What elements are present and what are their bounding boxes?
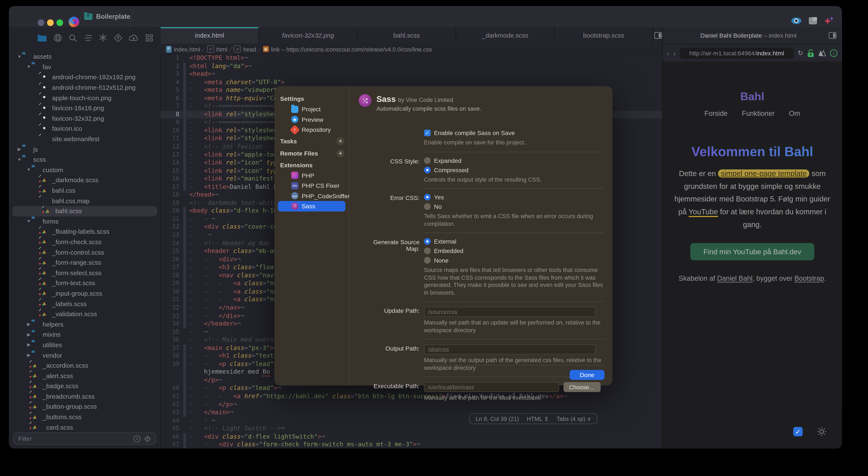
settings-nav-item-php[interactable]: ∷PHP (278, 170, 345, 181)
site-nav-link-om[interactable]: Om (789, 110, 800, 117)
url-bar[interactable]: http://air-m1.local:64964/index.html (680, 48, 794, 59)
chevron-down-icon[interactable]: ▼ (17, 54, 22, 59)
layout-icon[interactable] (809, 17, 817, 24)
radio-icon[interactable] (424, 167, 431, 173)
settings-nav-item-sass[interactable]: ⤮Sass (278, 201, 345, 211)
tab-size-selector[interactable]: Tabs (4 sp) ∨ (557, 415, 591, 422)
chevron-right-icon[interactable]: ▶ (26, 332, 32, 337)
choose-button[interactable]: Choose… (563, 382, 600, 392)
tree-file-row[interactable]: _form-range.scss (9, 258, 160, 268)
tree-file-row[interactable]: bahl.scss (12, 206, 157, 216)
tree-folder-row[interactable]: ▶js (9, 144, 160, 154)
tree-file-row[interactable]: _form-text.scss (9, 278, 160, 288)
highlighted-link[interactable]: simpel one-page template (718, 170, 809, 178)
asterisk-icon[interactable] (99, 34, 106, 41)
grid-icon[interactable] (146, 34, 153, 41)
tree-file-row[interactable]: android-chrome-192x192.png (9, 72, 160, 82)
tree-file-row[interactable]: _badge.scss (9, 381, 160, 391)
radio-icon[interactable] (424, 194, 431, 200)
editor-tab--darkmode-scss[interactable]: _darkmode.scss (456, 27, 555, 44)
tree-folder-row[interactable]: ▶utilities (9, 340, 160, 350)
youtube-link[interactable]: YouTube (689, 208, 718, 217)
tree-file-row[interactable]: favicon-16x16.png (9, 103, 160, 113)
footer-author-link[interactable]: Daniel Bahl (717, 275, 752, 282)
editor-split-icon[interactable] (653, 27, 662, 44)
path-input[interactable]: /usr/local/bin/sass (424, 382, 559, 392)
breadcrumb-segment[interactable]: <∕head (234, 46, 256, 53)
source-icon[interactable] (114, 33, 122, 42)
radio-option[interactable]: None (424, 257, 604, 264)
sort-diamond-icon[interactable] (144, 435, 151, 442)
language-selector[interactable]: HTML ⇕ (527, 415, 549, 422)
close-button[interactable] (38, 20, 44, 26)
tree-file-row[interactable]: _buttons.scss (9, 412, 160, 422)
reload-icon[interactable]: ↻ (798, 49, 803, 57)
path-input[interactable]: /dist/css (424, 345, 595, 354)
forward-button[interactable]: › (674, 49, 676, 57)
settings-nav-item-preview[interactable]: ◉Preview (278, 114, 345, 124)
tree-folder-row[interactable]: ▼custom (9, 165, 160, 175)
globe-icon[interactable] (54, 33, 62, 42)
radio-icon[interactable] (424, 248, 431, 254)
radio-icon[interactable] (424, 257, 431, 264)
tree-folder-row[interactable]: ▶helpers (9, 319, 160, 329)
tree-file-row[interactable]: bahl.css.map (9, 196, 160, 206)
radio-option[interactable]: Yes (424, 194, 604, 200)
checkbox-option[interactable]: ✓Enable compile Sass on Save (424, 129, 604, 136)
minimize-button[interactable] (47, 20, 54, 26)
radio-option[interactable]: No (424, 203, 604, 210)
recent-clock-icon[interactable] (133, 435, 141, 442)
tree-file-row[interactable]: _floating-labels.scss (9, 227, 160, 237)
chevron-down-icon[interactable]: ▼ (26, 168, 32, 172)
tree-file-row[interactable]: _labels.scss (9, 299, 160, 309)
add-button[interactable]: + (337, 137, 344, 145)
tree-file-row[interactable]: _validation.scss (9, 309, 160, 319)
symbols-icon[interactable] (84, 34, 92, 41)
chevron-right-icon[interactable]: ▶ (26, 322, 32, 327)
tree-folder-row[interactable]: ▼fav (9, 62, 160, 72)
tree-file-row[interactable]: favicon-32x32.png (9, 113, 160, 123)
filter-input[interactable]: Filter (13, 433, 156, 445)
path-input[interactable]: /source/css (424, 307, 595, 317)
tree-file-row[interactable]: android-chrome-512x512.png (9, 83, 160, 93)
chevron-right-icon[interactable]: ▶ (17, 147, 22, 152)
site-nav-link-funktioner[interactable]: Funktioner (742, 110, 775, 117)
sparkles-icon[interactable] (824, 17, 834, 25)
breadcrumb-segment[interactable]: <∕html (207, 46, 227, 53)
tree-file-row[interactable]: _form-select.scss (9, 268, 160, 278)
tree-file-row[interactable]: apple-touch-icon.png (9, 93, 160, 103)
info-icon[interactable]: i (830, 49, 837, 57)
tree-file-row[interactable]: site.webmanifest (9, 134, 160, 144)
site-nav-link-forside[interactable]: Forside (704, 110, 727, 117)
settings-nav-item-php-codesniffer[interactable]: phpPHP_CodeSniffer (278, 191, 345, 201)
tree-file-row[interactable]: _form-check.scss (9, 237, 160, 247)
editor-tab-favicon-32x32-png[interactable]: favicon-32x32.png (259, 27, 358, 44)
radio-option[interactable]: Embedded (424, 248, 604, 254)
footer-bootstrap-link[interactable]: Bootstrap (794, 275, 824, 282)
settings-nav-item-repository[interactable]: ⇡Repository (278, 124, 345, 135)
chevron-down-icon[interactable]: ▼ (26, 64, 32, 69)
search-icon[interactable] (69, 33, 77, 42)
cloud-upload-icon[interactable] (129, 34, 138, 41)
zoom-button[interactable] (56, 20, 63, 26)
tree-file-row[interactable]: _accordion.scss (9, 360, 160, 371)
checkbox-icon[interactable]: ✓ (424, 129, 431, 136)
tree-file-row[interactable]: _card.scss (9, 422, 160, 429)
radio-icon[interactable] (424, 157, 431, 163)
files-icon[interactable] (38, 34, 46, 41)
appearance-icon[interactable] (818, 50, 826, 56)
breadcrumb-segment[interactable]: index.html (166, 46, 200, 52)
radio-icon[interactable] (424, 238, 431, 245)
tree-folder-row[interactable]: ▶vendor (9, 350, 160, 360)
tree-file-row[interactable]: _breadcrumb.scss (9, 391, 160, 401)
tree-folder-row[interactable]: ▼forms (9, 216, 160, 227)
project-title-tab[interactable]: Boilerplate (82, 6, 133, 27)
chevron-right-icon[interactable]: ▶ (26, 343, 32, 347)
back-button[interactable]: ‹ (667, 49, 670, 57)
settings-nav-item-php-cs-fixer[interactable]: phpPHP CS Fixer (278, 181, 345, 191)
tree-file-row[interactable]: bahl.css (9, 185, 160, 196)
radio-option[interactable]: External (424, 238, 604, 245)
radio-option[interactable]: Compressed (424, 167, 604, 173)
tree-file-row[interactable]: _alert.scss (9, 371, 160, 381)
tree-file-row[interactable]: _button-group.scss (9, 401, 160, 412)
